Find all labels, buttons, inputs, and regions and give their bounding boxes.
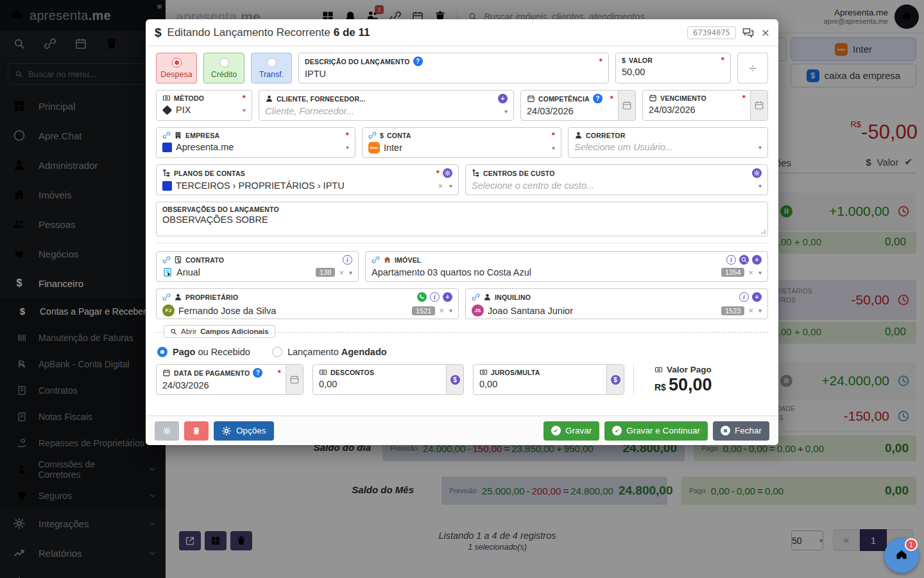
agendado-radio[interactable]: Lançamento Agendado bbox=[272, 347, 387, 357]
save-and-continue-button[interactable]: ✔Gravar e Continuar bbox=[604, 421, 708, 441]
modal-body: Despesa Crédito Transf. DESCRIÇÃO DO LAN… bbox=[146, 46, 778, 416]
credito-toggle[interactable]: Crédito bbox=[203, 53, 244, 83]
close-icon[interactable]: × bbox=[762, 26, 769, 39]
fab-notification-badge: 1 bbox=[905, 538, 918, 551]
transf-toggle[interactable]: Transf. bbox=[251, 53, 292, 83]
required-asterisk: * bbox=[346, 132, 349, 139]
cliente-placeholder: Cliente, Fornecedor... bbox=[265, 106, 354, 116]
person-icon bbox=[265, 94, 273, 103]
person-icon bbox=[483, 293, 492, 301]
required-asterisk: * bbox=[436, 170, 440, 177]
calendar-icon bbox=[162, 369, 171, 377]
modal-title: Editando Lançamento Recorrente6 de 11 bbox=[167, 26, 370, 39]
required-asterisk: * bbox=[721, 57, 724, 64]
juros-multa-field[interactable]: JUROS/MULTA 0,00 $ bbox=[473, 364, 624, 395]
open-extra-fields-button[interactable]: Abrir Campos Adicionais bbox=[164, 325, 275, 338]
link-icon bbox=[368, 131, 377, 139]
close-button[interactable]: ✖Fechar bbox=[713, 421, 769, 441]
info-icon[interactable]: i bbox=[430, 292, 440, 302]
gear-icon bbox=[221, 426, 232, 436]
contrato-id-badge: 138 bbox=[316, 268, 335, 277]
clear-icon[interactable]: × bbox=[748, 268, 753, 277]
clear-icon[interactable]: × bbox=[339, 268, 344, 277]
pago-radio[interactable]: Pago ou Recebido bbox=[157, 347, 250, 357]
modal-header: $ Editando Lançamento Recorrente6 de 11 … bbox=[146, 19, 778, 46]
chevron-down-icon: ▾ bbox=[349, 269, 352, 276]
whatsapp-icon[interactable] bbox=[417, 292, 427, 302]
hierarchy-icon bbox=[472, 169, 480, 177]
currency-button[interactable]: $ bbox=[446, 365, 463, 394]
required-asterisk: * bbox=[742, 95, 746, 101]
close-circle-icon: ✖ bbox=[721, 426, 730, 435]
help-icon: ? bbox=[253, 368, 262, 378]
competencia-field[interactable]: COMPETÊNCIA?* 24/03/2026 bbox=[520, 90, 636, 121]
record-id-badge: 67394075 bbox=[687, 26, 736, 39]
avatar: JS bbox=[472, 304, 484, 317]
corretor-field[interactable]: CORRETOR Selecione um Usuário...▾ bbox=[568, 127, 768, 158]
gear-icon[interactable] bbox=[752, 168, 762, 178]
centros-de-custo-field[interactable]: CENTROS DE CUSTO Selecione o centro de c… bbox=[465, 164, 768, 195]
chevron-down-icon: ▾ bbox=[758, 307, 762, 314]
add-icon[interactable]: + bbox=[752, 292, 762, 302]
required-asterisk: * bbox=[599, 58, 603, 65]
data-pagamento-field[interactable]: DATA DE PAGAMENTO?* 24/03/2026 bbox=[156, 364, 304, 395]
add-icon[interactable]: + bbox=[498, 94, 508, 103]
currency-button[interactable]: $ bbox=[606, 365, 624, 394]
payment-status-radios: Pago ou Recebido Lançamento Agendado bbox=[157, 347, 768, 357]
descricao-field[interactable]: DESCRIÇÃO DO LANÇAMENTO?* IPTU bbox=[298, 53, 609, 83]
gear-icon[interactable] bbox=[443, 168, 452, 178]
valor-field[interactable]: $VALOR* 50,00 bbox=[615, 53, 731, 83]
split-button[interactable] bbox=[155, 421, 179, 441]
conta-field[interactable]: $CONTA* interInter▾ bbox=[362, 127, 561, 158]
chat-icon[interactable] bbox=[742, 26, 755, 39]
metodo-field[interactable]: MÉTODO* PIX▾ bbox=[156, 90, 252, 121]
inquilino-field[interactable]: INQUILINOi+ JSJoao Santana Junior1523×▾ bbox=[465, 288, 768, 319]
required-asterisk: * bbox=[610, 96, 613, 102]
calendar-picker-button[interactable] bbox=[286, 365, 303, 394]
delete-button[interactable] bbox=[184, 421, 209, 441]
help-icon: ? bbox=[593, 94, 603, 103]
app-root: apresenta.me ◉ Buscar no menu... Princip… bbox=[0, 0, 924, 578]
dollar-icon: $ bbox=[622, 57, 626, 64]
person-icon bbox=[574, 131, 583, 139]
add-icon[interactable]: + bbox=[752, 255, 762, 265]
save-button[interactable]: ✔Gravar bbox=[543, 421, 599, 441]
chevron-down-icon: ▾ bbox=[758, 144, 762, 151]
calendar-picker-button[interactable] bbox=[750, 91, 767, 120]
split-value-button[interactable]: ÷ bbox=[737, 53, 768, 83]
chevron-down-icon: ▾ bbox=[758, 182, 762, 189]
info-icon[interactable]: i bbox=[726, 255, 736, 265]
info-icon[interactable]: i bbox=[343, 255, 352, 265]
empresa-field[interactable]: EMPRESA* Apresenta.me▾ bbox=[156, 127, 355, 158]
imovel-id-badge: 1354 bbox=[721, 268, 744, 277]
chevron-down-icon: ▾ bbox=[243, 107, 246, 114]
proprietario-field[interactable]: PROPRIETÁRIOi+ FJFernando Jose da Silva1… bbox=[156, 288, 459, 319]
despesa-toggle[interactable]: Despesa bbox=[156, 53, 197, 83]
centros-placeholder: Selecione o centro de custo... bbox=[472, 180, 594, 191]
clear-icon[interactable]: × bbox=[748, 306, 753, 315]
cliente-fornecedor-field[interactable]: CLIENTE, FORNECEDOR...+ Cliente, Fornece… bbox=[259, 90, 514, 121]
observacoes-field[interactable]: OBSERVAÇÕES DO LANÇAMENTO OBSERVAÇÕES SO… bbox=[156, 202, 768, 236]
info-icon[interactable]: i bbox=[739, 292, 749, 302]
required-asterisk: * bbox=[552, 132, 555, 139]
options-button[interactable]: Opções bbox=[214, 421, 274, 441]
contrato-field[interactable]: CONTRATOi Anual138×▾ bbox=[156, 251, 359, 282]
required-asterisk: * bbox=[243, 95, 246, 101]
inter-logo-icon: inter bbox=[368, 142, 380, 153]
descontos-field[interactable]: DESCONTOS 0,00 $ bbox=[312, 364, 464, 395]
chevron-down-icon: ▾ bbox=[346, 144, 349, 151]
resize-handle[interactable] bbox=[761, 229, 766, 234]
vencimento-field[interactable]: VENCIMENTO* 24/03/2026 bbox=[642, 90, 768, 121]
calendar-picker-button[interactable] bbox=[618, 91, 635, 120]
help-icon: ? bbox=[413, 57, 423, 66]
clear-icon[interactable]: × bbox=[438, 181, 443, 191]
money-icon bbox=[479, 368, 488, 376]
search-icon[interactable] bbox=[739, 255, 749, 265]
valor-pago-summary: Valor Pago R$50,00 bbox=[643, 364, 712, 395]
imovel-field[interactable]: IMÓVELi+ Apartamento 03 quartos no Costa… bbox=[365, 251, 768, 282]
money-icon bbox=[162, 94, 171, 102]
add-icon[interactable]: + bbox=[443, 292, 452, 302]
clear-icon[interactable]: × bbox=[439, 306, 444, 315]
radio-icon bbox=[219, 58, 229, 67]
planos-de-contas-field[interactable]: PLANOS DE CONTAS* TERCEIROS › PROPRIETÁR… bbox=[156, 164, 459, 195]
